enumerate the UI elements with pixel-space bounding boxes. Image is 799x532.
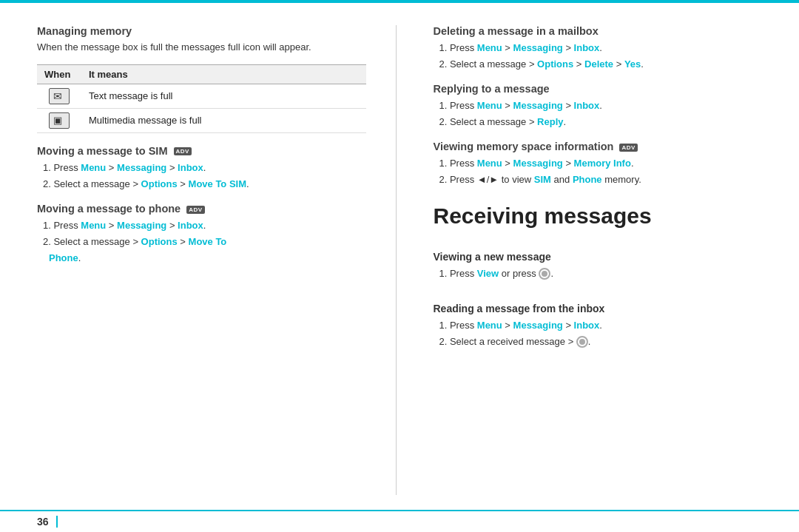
moving-to-phone-steps: 1. Press Menu > Messaging > Inbox. 2. Se… bbox=[37, 218, 366, 266]
deleting-title: Deleting a message in a mailbox bbox=[434, 25, 763, 37]
moving-to-phone-title: Moving a message to phone ADV bbox=[37, 203, 366, 215]
list-item: 2. Select a received message > . bbox=[439, 334, 763, 350]
table-header-means: It means bbox=[81, 64, 366, 84]
viewing-memory-title: Viewing memory space information ADV bbox=[434, 141, 763, 152]
table-header-when: When bbox=[37, 64, 81, 84]
viewing-memory-section: Viewing memory space information ADV 1. … bbox=[434, 141, 763, 188]
table-row: Text message is full bbox=[37, 84, 366, 108]
messaging-link: Messaging bbox=[117, 162, 166, 173]
view-link: View bbox=[477, 268, 499, 279]
replying-steps: 1. Press Menu > Messaging > Inbox. 2. Se… bbox=[434, 98, 763, 130]
memory-table: When It means Text message is full bbox=[37, 64, 366, 133]
messaging-link: Messaging bbox=[513, 100, 563, 111]
memory-info-link: Memory Info bbox=[574, 158, 631, 169]
content-area: Managing memory When the message box is … bbox=[0, 3, 799, 510]
phone-link: Phone bbox=[573, 174, 602, 185]
select-icon-inline bbox=[576, 336, 588, 348]
delete-link: Delete bbox=[584, 58, 613, 70]
list-item: 1. Press Menu > Messaging > Inbox. bbox=[439, 317, 763, 334]
adv-badge-sim: ADV bbox=[174, 147, 192, 155]
reading-inbox-steps: 1. Press Menu > Messaging > Inbox. 2. Se… bbox=[434, 317, 763, 350]
menu-link: Menu bbox=[81, 162, 106, 173]
managing-memory-body: When the message box is full the message… bbox=[37, 40, 366, 55]
options-link: Options bbox=[537, 58, 573, 70]
phone-link: Phone bbox=[49, 252, 78, 263]
list-item: 1. Press Menu > Messaging > Inbox. bbox=[439, 40, 763, 56]
moving-to-sim-title: Moving a message to SIM ADV bbox=[37, 145, 366, 157]
menu-link: Menu bbox=[477, 320, 502, 331]
page: Managing memory When the message box is … bbox=[0, 0, 799, 532]
viewing-memory-steps: 1. Press Menu > Messaging > Memory Info.… bbox=[434, 155, 763, 188]
list-item: 1. Press Menu > Messaging > Memory Info. bbox=[439, 155, 763, 172]
right-column: Deleting a message in a mailbox 1. Press… bbox=[426, 25, 763, 495]
list-item: 1. Press Menu > Messaging > Inbox. bbox=[43, 218, 366, 234]
moving-to-phone-section: Moving a message to phone ADV 1. Press M… bbox=[37, 203, 366, 266]
page-number: 36 bbox=[37, 516, 58, 528]
replying-section: Replying to a message 1. Press Menu > Me… bbox=[434, 83, 763, 130]
sim-link: SIM bbox=[534, 174, 551, 185]
left-column: Managing memory When the message box is … bbox=[37, 25, 397, 495]
messaging-link: Messaging bbox=[513, 320, 563, 331]
inbox-link: Inbox bbox=[178, 162, 203, 173]
viewing-new-title: Viewing a new message bbox=[434, 251, 763, 263]
move-to-sim-link: Move To SIM bbox=[189, 178, 246, 189]
list-item: 1. Press Menu > Messaging > Inbox. bbox=[439, 98, 763, 114]
deleting-section: Deleting a message in a mailbox 1. Press… bbox=[434, 25, 763, 73]
viewing-new-section: Viewing a new message 1. Press View or p… bbox=[434, 240, 763, 282]
viewing-new-steps: 1. Press View or press . bbox=[434, 266, 763, 282]
table-cell-text-sms: Text message is full bbox=[81, 84, 366, 108]
inbox-link: Inbox bbox=[574, 320, 600, 331]
receiving-messages-heading: Receiving messages bbox=[434, 203, 763, 229]
replying-title: Replying to a message bbox=[434, 83, 763, 95]
menu-link: Menu bbox=[81, 220, 106, 231]
options-link: Options bbox=[141, 236, 178, 247]
yes-link: Yes bbox=[624, 58, 641, 70]
messaging-link: Messaging bbox=[513, 158, 563, 169]
moving-to-sim-steps: 1. Press Menu > Messaging > Inbox. 2. Se… bbox=[37, 160, 366, 192]
deleting-steps: 1. Press Menu > Messaging > Inbox. 2. Se… bbox=[434, 40, 763, 73]
moving-to-sim-section: Moving a message to SIM ADV 1. Press Men… bbox=[37, 145, 366, 192]
reading-inbox-title: Reading a message from the inbox bbox=[434, 303, 763, 314]
list-item: Phone. bbox=[43, 250, 366, 266]
inbox-link: Inbox bbox=[574, 42, 600, 53]
messaging-link: Messaging bbox=[513, 42, 563, 53]
adv-badge-memory: ADV bbox=[619, 144, 637, 152]
menu-link: Menu bbox=[477, 100, 502, 111]
adv-badge-phone: ADV bbox=[186, 206, 204, 214]
list-item: 2. Select a message > Options > Move To … bbox=[43, 176, 366, 192]
table-row: Multimedia message is full bbox=[37, 108, 366, 132]
inbox-link: Inbox bbox=[574, 100, 600, 111]
table-cell-text-mms: Multimedia message is full bbox=[81, 108, 366, 132]
list-item: 1. Press View or press . bbox=[439, 266, 763, 282]
menu-link: Menu bbox=[477, 42, 502, 53]
inbox-link: Inbox bbox=[178, 220, 203, 231]
list-item: 2. Select a message > Options > Move To bbox=[43, 234, 366, 250]
table-cell-icon-sms bbox=[37, 84, 81, 108]
scroll-icon-inline bbox=[539, 268, 550, 280]
menu-link: Menu bbox=[477, 158, 502, 169]
messaging-link: Messaging bbox=[117, 220, 166, 231]
reply-link: Reply bbox=[537, 116, 563, 127]
managing-memory-section: Managing memory When the message box is … bbox=[37, 25, 366, 145]
mms-icon bbox=[49, 112, 70, 129]
options-link: Options bbox=[141, 178, 178, 189]
list-item: 2. Select a message > Options > Delete >… bbox=[439, 56, 763, 73]
table-cell-icon-mms bbox=[37, 108, 81, 132]
reading-inbox-section: Reading a message from the inbox 1. Pres… bbox=[434, 292, 763, 350]
list-item: 1. Press Menu > Messaging > Inbox. bbox=[43, 160, 366, 176]
sms-icon bbox=[49, 88, 70, 104]
list-item: 2. Select a message > Reply. bbox=[439, 114, 763, 130]
list-item: 2. Press ◄/► to view SIM and Phone memor… bbox=[439, 172, 763, 188]
managing-memory-title: Managing memory bbox=[37, 25, 366, 37]
move-to-link: Move To bbox=[189, 236, 227, 247]
bottom-bar: 36 bbox=[0, 510, 799, 532]
